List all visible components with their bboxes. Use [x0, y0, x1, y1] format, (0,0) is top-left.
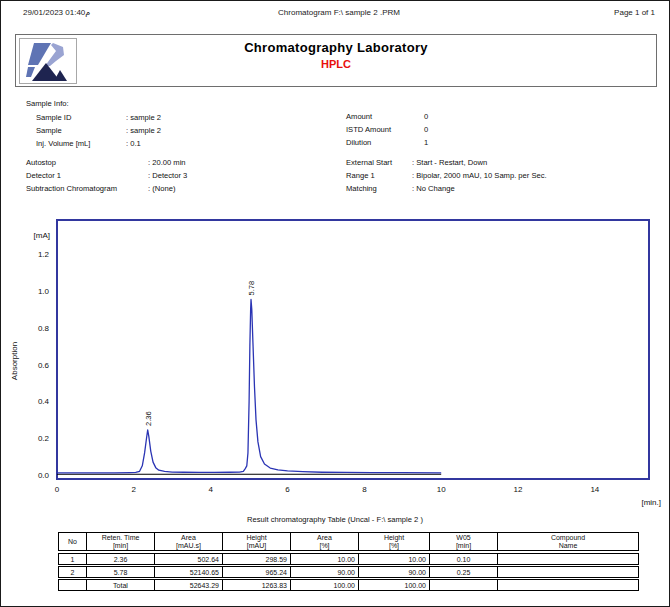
field-value: : sample 2 [126, 113, 161, 122]
table-total-row: Total 52643.29 1263.83 100.00 100.00 [58, 579, 639, 591]
cell-no [59, 580, 87, 590]
y-axis-tick-label: 0.4 [38, 397, 50, 406]
x-axis-unit-label: [min.] [641, 498, 661, 507]
external-start-row: External Start : Start - Restart, Down [346, 156, 547, 169]
cell-no: 1 [59, 554, 87, 564]
field-value: : (None) [148, 184, 175, 193]
inj-volume-row: Inj. Volume [mL] : 0.1 [36, 137, 161, 150]
matching-row: Matching : No Change [346, 182, 547, 195]
col-header-w05: W05[min] [430, 533, 498, 550]
col-header-height: Height[mAU] [223, 533, 291, 550]
sample-row: Sample : sample 2 [36, 124, 161, 137]
cell-height: 1263.83 [223, 580, 291, 590]
field-value: : Bipolar, 2000 mAU, 10 Samp. per Sec. [412, 171, 547, 180]
x-axis-tick-label: 0 [55, 485, 60, 494]
cell-area: 52140.65 [155, 567, 223, 577]
col-header-area: Area[mAU.s] [155, 533, 223, 550]
title-box: Chromatography Laboratory HPLC [15, 34, 657, 87]
x-axis-tick-label: 8 [362, 485, 367, 494]
detector-row: Detector 1 : Detector 3 [26, 169, 187, 182]
cell-height: 298.59 [223, 554, 291, 564]
field-label: Inj. Volume [mL] [36, 139, 126, 148]
field-value: : No Change [412, 184, 455, 193]
field-value: : Start - Restart, Down [412, 158, 487, 167]
sample-info-heading: Sample Info: [26, 99, 161, 108]
cell-area: 502.64 [155, 554, 223, 564]
field-value: 1 [424, 138, 428, 147]
report-page: 29/01/2023 01:40م Chromatogram F:\ sampl… [0, 0, 670, 607]
report-subtitle: HPLC [16, 58, 656, 70]
col-header-height-pct: Height[%] [359, 533, 430, 550]
x-axis-tick-label: 12 [514, 485, 523, 494]
field-label: ISTD Amount [346, 125, 424, 134]
cell-area-pct: 100.00 [291, 580, 359, 590]
range-row: Range 1 : Bipolar, 2000 mAU, 10 Samp. pe… [346, 169, 547, 182]
amounts-section: Amount 0 ISTD Amount 0 Dilution 1 [346, 110, 428, 149]
autostop-row: Autostop : 20.00 min [26, 156, 187, 169]
cell-compound [498, 580, 638, 590]
header-datetime: 29/01/2023 01:40م [23, 8, 199, 17]
sample-id-row: Sample ID : sample 2 [36, 111, 161, 124]
field-value: : Detector 3 [148, 171, 187, 180]
x-axis-tick-label: 6 [285, 485, 290, 494]
cell-w05: 0.10 [430, 554, 498, 564]
result-table-caption: Result chromatography Table (Uncal - F:\… [1, 515, 669, 524]
field-label: Sample ID [36, 113, 126, 122]
cell-no: 2 [59, 567, 87, 577]
method-settings-right: External Start : Start - Restart, Down R… [346, 156, 547, 195]
col-header-area-pct: Area[%] [291, 533, 359, 550]
cell-height-pct: 90.00 [359, 567, 430, 577]
cell-area-pct: 90.00 [291, 567, 359, 577]
cell-height: 965.24 [223, 567, 291, 577]
y-axis-unit-label: [mA] [34, 231, 50, 240]
table-row: 2 5.78 52140.65 965.24 90.00 90.00 0.25 [58, 566, 639, 578]
subtraction-row: Subtraction Chromatogram : (None) [26, 182, 187, 195]
field-label: External Start [346, 158, 412, 167]
page-header: 29/01/2023 01:40م Chromatogram F:\ sampl… [23, 8, 655, 17]
cell-compound [498, 554, 638, 564]
cell-retention: 2.36 [87, 554, 155, 564]
cell-retention: 5.78 [87, 567, 155, 577]
field-label: Range 1 [346, 171, 412, 180]
cell-height-pct: 10.00 [359, 554, 430, 564]
x-axis-tick-label: 14 [590, 485, 599, 494]
col-header-compound: CompoundName [498, 533, 638, 550]
x-axis-tick-label: 4 [208, 485, 213, 494]
result-table: No Reten. Time[min] Area[mAU.s] Height[m… [58, 532, 639, 592]
field-label: Autostop [26, 158, 148, 167]
y-axis-title: Absorption [10, 342, 19, 380]
method-settings-left: Autostop : 20.00 min Detector 1 : Detect… [26, 156, 187, 195]
field-value: : 0.1 [126, 139, 141, 148]
chromatogram-chart: 0.00.20.40.60.81.01.2[mA]02468101214[min… [9, 211, 663, 511]
header-page-number: Page 1 of 1 [479, 8, 655, 17]
y-axis-tick-label: 0.0 [38, 471, 50, 480]
field-value: : sample 2 [126, 126, 161, 135]
cell-compound [498, 567, 638, 577]
table-row: 1 2.36 502.64 298.59 10.00 10.00 0.10 [58, 553, 639, 565]
x-axis-tick-label: 10 [437, 485, 446, 494]
cell-height-pct: 100.00 [359, 580, 430, 590]
field-label: Detector 1 [26, 171, 148, 180]
sample-info-section: Sample Info: Sample ID : sample 2 Sample… [26, 99, 161, 150]
field-label: Matching [346, 184, 412, 193]
x-axis-tick-label: 2 [132, 485, 137, 494]
cell-w05: 0.25 [430, 567, 498, 577]
field-value: : 20.00 min [148, 158, 186, 167]
peak-label: 2.36 [144, 411, 153, 426]
field-label: Dilution [346, 138, 424, 147]
header-document-path: Chromatogram F:\ sample 2 .PRM [199, 8, 480, 17]
field-value: 0 [424, 112, 428, 121]
y-axis-tick-label: 0.8 [38, 324, 50, 333]
amount-row: Amount 0 [346, 110, 428, 123]
y-axis-tick-label: 0.6 [38, 361, 50, 370]
field-label: Subtraction Chromatogram [26, 184, 148, 193]
y-axis-tick-label: 1.0 [38, 287, 50, 296]
y-axis-tick-label: 0.2 [38, 434, 50, 443]
dilution-row: Dilution 1 [346, 136, 428, 149]
field-value: 0 [424, 125, 428, 134]
table-header-row: No Reten. Time[min] Area[mAU.s] Height[m… [58, 532, 639, 551]
col-header-no: No [59, 533, 87, 550]
field-label: Sample [36, 126, 126, 135]
cell-w05 [430, 580, 498, 590]
istd-amount-row: ISTD Amount 0 [346, 123, 428, 136]
